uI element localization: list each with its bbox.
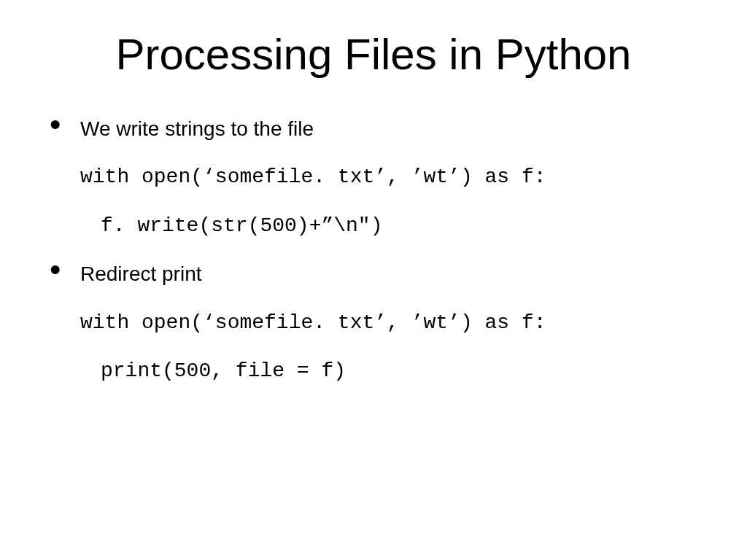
bullet-item: Redirect print with open(‘somefile. txt’… [80,261,703,384]
slide: Processing Files in Python We write stri… [0,0,747,560]
code-line: print(500, file = f) [80,358,703,384]
code-line: with open(‘somefile. txt’, ’wt’) as f: [80,164,703,190]
bullet-text: Redirect print [80,261,703,287]
bullet-list: We write strings to the file with open(‘… [44,116,703,384]
code-line: f. write(str(500)+”\n") [80,213,703,239]
bullet-text: We write strings to the file [80,116,703,142]
code-line: with open(‘somefile. txt’, ’wt’) as f: [80,310,703,336]
bullet-item: We write strings to the file with open(‘… [80,116,703,239]
slide-title: Processing Files in Python [44,29,703,79]
